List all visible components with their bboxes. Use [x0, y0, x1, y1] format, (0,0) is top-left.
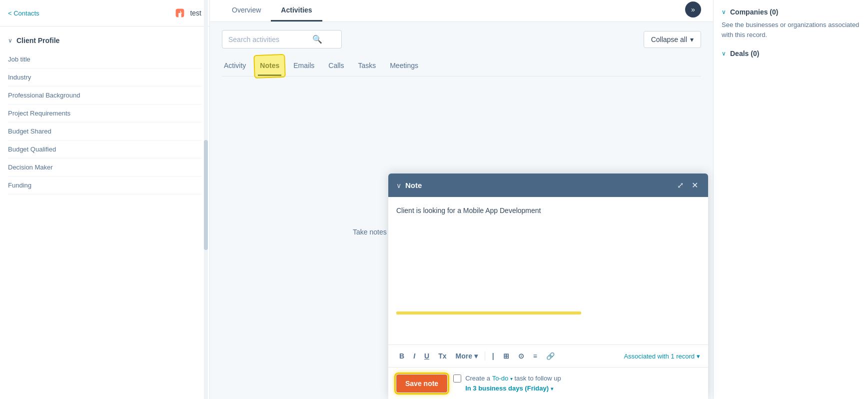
note-modal-collapse-icon[interactable]: ∨ [396, 182, 401, 190]
field-professional-background[interactable]: Professional Background [8, 86, 201, 104]
note-modal-expand-button[interactable]: ⤢ [675, 180, 686, 191]
filter-tab-meetings[interactable]: Meetings [388, 56, 420, 76]
note-modal-actions: ⤢ ✕ [675, 180, 700, 191]
filter-tab-activity[interactable]: Activity [222, 56, 248, 76]
filter-tab-calls[interactable]: Calls [326, 56, 346, 76]
toolbar-image-button[interactable]: ⊞ [500, 350, 512, 362]
filter-tab-tasks[interactable]: Tasks [356, 56, 378, 76]
companies-header[interactable]: ∨ Companies (0) [722, 8, 860, 16]
follow-up-checkbox[interactable] [453, 374, 461, 382]
toolbar-attachment-button[interactable]: 🔗 [543, 350, 558, 362]
tab-activities[interactable]: Activities [271, 0, 322, 22]
client-profile-header[interactable]: ∨ Client Profile [8, 32, 201, 48]
field-job-title[interactable]: Job title [8, 50, 201, 68]
right-sidebar: ∨ Companies (0) See the businesses or or… [713, 0, 868, 399]
note-text-input[interactable]: Client is looking for a Mobile App Devel… [396, 205, 700, 335]
section-title: Client Profile [16, 36, 59, 44]
toolbar-embed-button[interactable]: ⊙ [515, 350, 527, 362]
note-modal: ∨ Note ⤢ ✕ Client is looking for a Mobil… [388, 174, 708, 399]
follow-up-text: Create a To-do ▾ task to follow up In 3 … [465, 374, 561, 393]
sidebar-header: < Contacts test [0, 0, 209, 26]
client-profile-section: ∨ Client Profile Job title Industry Prof… [0, 26, 209, 202]
note-modal-toolbar: B I U Tx More ▾ | ⊞ ⊙ ≡ 🔗 Associated wit… [388, 344, 708, 367]
expand-panels-button[interactable]: » [685, 2, 701, 18]
collapse-chevron: ▾ [690, 36, 694, 44]
filter-tab-notes-wrapper: Notes [258, 56, 281, 76]
profile-fields: Job title Industry Professional Backgrou… [8, 48, 201, 196]
deals-section: ∨ Deals (0) [722, 50, 860, 58]
sidebar-scroll-thumb[interactable] [204, 140, 208, 250]
field-decision-maker[interactable]: Decision Maker [8, 158, 201, 176]
toolbar-bold-button[interactable]: B [396, 350, 407, 362]
note-modal-footer: Save note Create a To-do ▾ task to follo… [388, 367, 708, 399]
toolbar-separator-1 [485, 352, 485, 360]
toolbar-code-button[interactable]: Tx [435, 350, 449, 362]
deals-title: Deals (0) [730, 50, 759, 58]
toolbar-underline-button[interactable]: U [421, 350, 432, 362]
companies-chevron: ∨ [722, 8, 726, 16]
field-funding[interactable]: Funding [8, 176, 201, 194]
note-modal-header: ∨ Note ⤢ ✕ [388, 174, 708, 197]
field-project-requirements[interactable]: Project Requirements [8, 104, 201, 122]
collapse-all-button[interactable]: Collapse all ▾ [644, 31, 701, 48]
toolbar-more-button[interactable]: More ▾ [452, 350, 480, 362]
toolbar-list-button[interactable]: ≡ [530, 350, 540, 362]
toolbar-italic-button[interactable]: I [410, 350, 418, 362]
field-budget-qualified[interactable]: Budget Qualified [8, 140, 201, 158]
tab-overview[interactable]: Overview [222, 0, 271, 22]
filter-tab-emails[interactable]: Emails [291, 56, 316, 76]
toolbar-blockquote-button[interactable]: | [489, 350, 497, 362]
collapse-all-label: Collapse all [651, 36, 687, 44]
companies-section: ∨ Companies (0) See the businesses or or… [722, 8, 860, 40]
filter-tab-notes[interactable]: Notes [258, 56, 281, 76]
search-box[interactable]: 🔍 [222, 30, 342, 48]
associated-with-button[interactable]: Associated with 1 record ▾ [624, 352, 700, 360]
left-sidebar: < Contacts test ∨ Client Profile Job tit… [0, 0, 210, 399]
section-chevron: ∨ [8, 37, 12, 44]
search-input[interactable] [228, 36, 308, 44]
save-note-button[interactable]: Save note [396, 374, 447, 392]
companies-desc: See the businesses or organizations asso… [722, 20, 860, 40]
todo-type-button[interactable]: To-do ▾ [492, 374, 515, 382]
companies-title: Companies (0) [730, 8, 778, 16]
top-tabs: Overview Activities » [210, 0, 713, 22]
field-industry[interactable]: Industry [8, 68, 201, 86]
follow-up-container: Create a To-do ▾ task to follow up In 3 … [453, 374, 700, 393]
note-modal-body: Client is looking for a Mobile App Devel… [388, 197, 708, 344]
note-modal-close-button[interactable]: ✕ [690, 180, 700, 191]
note-modal-title: Note [405, 181, 671, 190]
field-budget-shared[interactable]: Budget Shared [8, 122, 201, 140]
deals-header[interactable]: ∨ Deals (0) [722, 50, 860, 58]
hubspot-logo-icon [173, 6, 187, 20]
app-name: test [190, 9, 201, 17]
search-filter-row: 🔍 Collapse all ▾ [222, 30, 701, 48]
filter-tabs: Activity Notes Emails Calls Tasks Meetin… [222, 56, 701, 76]
deals-chevron: ∨ [722, 50, 726, 57]
back-link[interactable]: < Contacts [8, 10, 39, 17]
follow-up-schedule-button[interactable]: In 3 business days (Friday) ▾ [465, 384, 561, 394]
search-icon: 🔍 [312, 34, 322, 44]
logo-container: test [173, 6, 201, 20]
